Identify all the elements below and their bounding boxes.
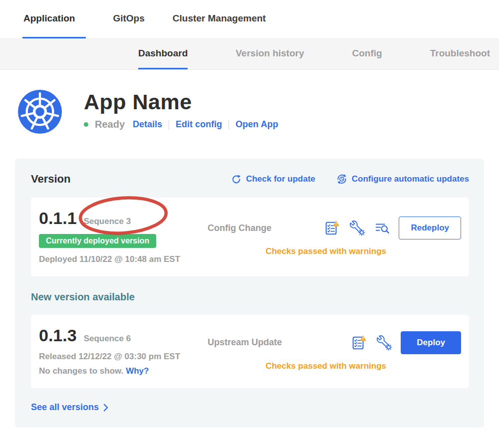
available-version-number: 0.1.3 (39, 326, 77, 345)
tab-dashboard[interactable]: Dashboard (138, 39, 188, 69)
edit-config-icon[interactable] (349, 220, 366, 236)
status-dot (84, 122, 88, 127)
deploy-button[interactable]: Deploy (401, 331, 461, 354)
app-status-row: Ready Details Edit config Open App (84, 119, 278, 130)
tab-application[interactable]: Application (22, 0, 86, 38)
released-timestamp: Released 12/12/22 @ 03:30 pm EST (39, 352, 204, 362)
check-for-update-label: Check for update (246, 174, 315, 184)
tab-cluster-management[interactable]: Cluster Management (172, 0, 267, 38)
status-text: Ready (95, 119, 125, 130)
app-header: App Name Ready Details Edit config Open … (0, 70, 499, 134)
gear-icon (386, 344, 392, 350)
details-link[interactable]: Details (133, 119, 162, 130)
tab-troubleshoot[interactable]: Troubleshoot (430, 39, 490, 69)
preflight-checks-icon[interactable] (350, 334, 368, 351)
available-version-card: 0.1.3 Sequence 6 Released 12/12/22 @ 03:… (31, 315, 469, 388)
view-diff-icon[interactable] (374, 220, 391, 236)
tab-config[interactable]: Config (352, 39, 382, 69)
current-sequence-label: Sequence 3 (84, 217, 131, 226)
tab-version-history[interactable]: Version history (236, 39, 304, 69)
preflight-checks-icon[interactable] (323, 220, 341, 236)
new-version-heading: New version available (31, 291, 469, 303)
see-all-versions-label: See all versions (31, 402, 99, 413)
app-sub-nav: Dashboard Version history Config Trouble… (0, 39, 499, 70)
current-version-card: 0.1.1 Sequence 3 Currently deployed vers… (31, 198, 469, 276)
available-checks-status: Checks passed with warnings (265, 361, 386, 371)
available-sequence-label: Sequence 6 (84, 334, 131, 344)
version-heading: Version (31, 173, 70, 186)
kubernetes-logo (18, 90, 62, 134)
deployed-version-badge: Currently deployed version (39, 234, 156, 248)
why-link[interactable]: Why? (126, 366, 149, 376)
no-changes-row: No changes to show. Why? (39, 366, 204, 376)
current-checks-status: Checks passed with warnings (265, 246, 386, 256)
divider (229, 120, 229, 130)
page-title: App Name (84, 90, 278, 114)
configure-automatic-updates-button[interactable]: Configure automatic updates (336, 174, 469, 185)
gear-icon (359, 229, 365, 235)
divider (169, 120, 169, 130)
available-release-type: Upstream Update (208, 337, 282, 348)
current-version-number: 0.1.1 (39, 209, 77, 228)
no-changes-text: No changes to show. (39, 366, 123, 376)
auto-update-icon (336, 174, 347, 185)
see-all-versions-link[interactable]: See all versions (31, 402, 469, 413)
chevron-right-icon (103, 404, 109, 412)
redeploy-button[interactable]: Redeploy (399, 217, 461, 239)
check-for-update-button[interactable]: Check for update (231, 174, 315, 185)
primary-nav: Application GitOps Cluster Management (0, 0, 499, 39)
current-release-type: Config Change (208, 223, 271, 233)
edit-config-icon[interactable] (376, 335, 393, 351)
version-panel: Version Check for update (15, 159, 484, 428)
tab-gitops[interactable]: GitOps (112, 0, 145, 38)
open-app-link[interactable]: Open App (236, 119, 278, 130)
deployed-timestamp: Deployed 11/10/22 @ 10:48 am EST (39, 254, 204, 264)
refresh-icon (231, 174, 242, 185)
edit-config-link[interactable]: Edit config (176, 119, 222, 130)
configure-automatic-updates-label: Configure automatic updates (352, 174, 469, 184)
